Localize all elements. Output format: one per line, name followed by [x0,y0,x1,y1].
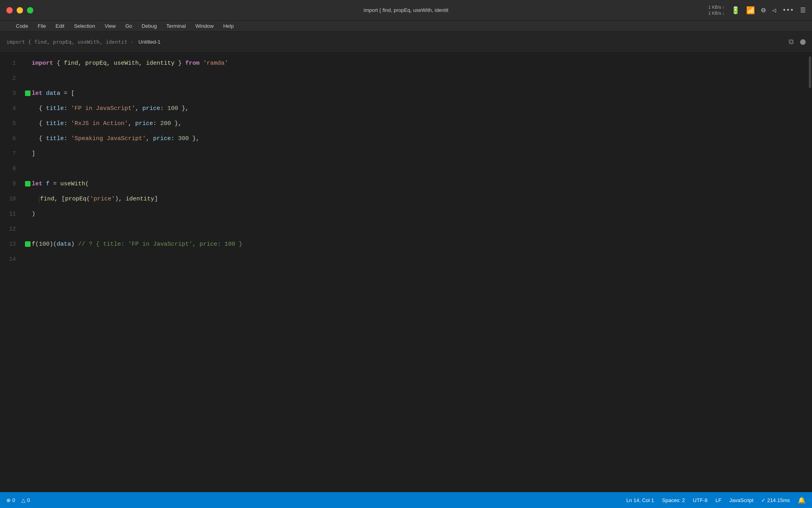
table-row: 3 let data = [ [0,86,806,101]
menu-debug[interactable]: Debug [138,22,161,30]
line-number-7: 7 [0,150,24,157]
breakpoint-13[interactable] [25,241,31,247]
line-number-3: 3 [0,90,24,96]
maximize-button[interactable] [27,7,33,13]
menu-edit[interactable]: Edit [52,22,68,30]
table-row: 8 [0,161,806,176]
line-indicator-13 [24,241,32,247]
line-number-5: 5 [0,120,24,127]
notification-icon[interactable]: 🔔 [798,496,806,504]
code-line-1: import { find, propEq, useWith, identity… [32,60,228,67]
table-row: 13 f(100)(data) // ? { title: 'FP in Jav… [0,237,806,252]
menu-code[interactable]: Code [12,22,32,30]
titlebar-right: 1 KB/s ↑ 1 KB/s ↓ 🔋 📶 ⊖ ◁ ••• ☰ [709,4,806,16]
wifi-icon: 📶 [746,6,755,15]
menu-file[interactable]: File [34,22,50,30]
indentation[interactable]: Spaces: 2 [662,497,685,503]
tab-left: import { find, propEq, useWith, identit … [6,39,161,45]
line-number-13: 13 [0,241,24,247]
code-line-14 [32,256,35,263]
breakpoint-9[interactable] [25,181,31,187]
table-row: 4 { title: 'FP in JavaScript', price: 10… [0,101,806,116]
lines-wrapper: 1 import { find, propEq, useWith, identi… [0,56,806,267]
table-row: 6 { title: 'Speaking JavaScript', price:… [0,131,806,146]
tab-right: ⧉ [789,38,806,46]
line-indicator-9 [24,181,32,187]
line-number-14: 14 [0,256,24,262]
cursor-position[interactable]: Ln 14, Col 1 [626,497,654,503]
editor-body: 1 import { find, propEq, useWith, identi… [0,52,806,492]
arrow-icon: ◁ [772,6,776,14]
line-number-2: 2 [0,75,24,81]
close-button[interactable] [6,7,13,13]
table-row: 7 ] [0,146,806,161]
table-row: 12 [0,221,806,237]
scrollbar-thumb[interactable] [809,56,811,88]
more-icon: ••• [782,7,794,14]
titlebar: import { find, propEq, useWith, identit … [0,0,812,21]
code-line-2 [32,75,35,82]
line-number-10: 10 [0,196,24,202]
code-line-10: find, [propEq('price'), identity] [32,195,158,203]
code-line-13: f(100)(data) // ? { title: 'FP in JavaSc… [32,241,242,248]
code-line-11: ) [32,211,35,217]
breakpoint-3[interactable] [25,90,31,96]
line-ending[interactable]: LF [715,497,721,503]
statusbar: ⊗ 0 △ 0 Ln 14, Col 1 Spaces: 2 UTF-8 LF … [0,492,812,508]
line-number-12: 12 [0,226,24,232]
error-count[interactable]: ⊗ 0 [6,497,15,503]
table-row: 9 let f = useWith( [0,176,806,191]
table-row: 14 [0,252,806,267]
apple-menu[interactable] [4,25,10,27]
code-line-9: let f = useWith( [32,181,89,187]
battery-icon: 🔋 [731,6,740,15]
scrollbar[interactable] [806,52,812,492]
code-line-4: { title: 'FP in JavaScript', price: 100 … [32,105,189,112]
line-number-4: 4 [0,105,24,112]
line-indicator-3 [24,90,32,96]
editor: 1 import { find, propEq, useWith, identi… [0,52,812,492]
line-number-11: 11 [0,211,24,217]
unsaved-dot [800,39,806,45]
minimize-button[interactable] [17,7,23,13]
menu-help[interactable]: Help [219,22,238,30]
table-row: 1 import { find, propEq, useWith, identi… [0,56,806,71]
table-row: 11 ) [0,206,806,221]
error-count-value: 0 [12,497,15,503]
language-mode[interactable]: JavaScript [730,497,754,503]
code-line-7: ] [32,150,35,157]
tab-separator: › [130,39,134,45]
error-icon: ⊗ [6,497,11,503]
code-line-5: { title: 'RxJS in Action', price: 200 }, [32,120,182,127]
tabbar: import { find, propEq, useWith, identit … [0,32,812,52]
table-row: 5 { title: 'RxJS in Action', price: 200 … [0,116,806,131]
menu-go[interactable]: Go [121,22,136,30]
table-row: 10 find, [propEq('price'), identity] [0,191,806,206]
warning-icon: △ [21,497,25,503]
tab-filename[interactable]: Untitled-1 [138,39,161,45]
network-info: 1 KB/s ↑ 1 KB/s ↓ [709,4,725,16]
minus-icon: ⊖ [761,5,766,15]
line-number-8: 8 [0,165,24,172]
line-number-6: 6 [0,135,24,142]
menu-view[interactable]: View [101,22,120,30]
line-number-1: 1 [0,60,24,66]
timing-info: ✓ 214.15ms [761,497,790,503]
warning-count-value: 0 [27,497,30,503]
code-line-12 [32,226,35,233]
code-line-3: let data = [ [32,90,75,97]
menubar: Code File Edit Selection View Go Debug T… [0,21,812,32]
menu-window[interactable]: Window [192,22,218,30]
table-row: 2 [0,71,806,86]
code-line-8 [32,165,35,172]
status-left: ⊗ 0 △ 0 [6,497,30,503]
file-encoding[interactable]: UTF-8 [693,497,708,503]
split-editor-icon[interactable]: ⧉ [789,38,794,46]
list-icon: ☰ [800,6,806,14]
tab-breadcrumb[interactable]: import { find, propEq, useWith, identit [6,39,127,45]
code-area[interactable]: 1 import { find, propEq, useWith, identi… [0,52,806,267]
menu-terminal[interactable]: Terminal [163,22,190,30]
warning-count[interactable]: △ 0 [21,497,30,503]
menu-selection[interactable]: Selection [70,22,99,30]
line-number-9: 9 [0,181,24,187]
